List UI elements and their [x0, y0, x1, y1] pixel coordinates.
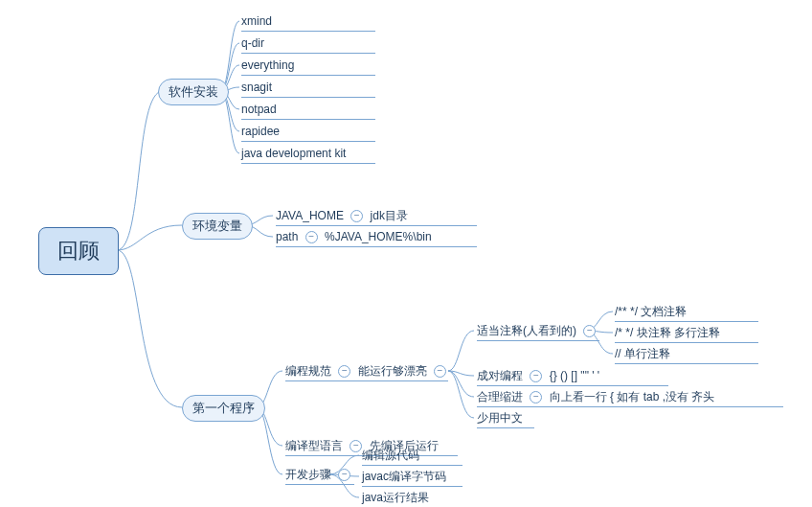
leaf-step-java: java运行结果 [362, 488, 462, 507]
leaf-xmind: xmind [241, 12, 375, 32]
leaf-block-comment: /* */ 块注释 多行注释 [615, 323, 758, 343]
branch-label: 软件安装 [169, 84, 218, 99]
leaf-indent: 合理缩进 − 向上看一行 { 如有 tab ,没有 齐头 [477, 387, 783, 407]
leaf-doc-comment: /** */ 文档注释 [615, 302, 758, 322]
branch-env-vars[interactable]: 环境变量 [182, 213, 253, 240]
comments-label: 适当注释(人看到的) [477, 324, 576, 337]
collapse-icon[interactable]: − [350, 440, 362, 452]
branch-software-install[interactable]: 软件安装 [158, 79, 229, 105]
env-key: path [276, 230, 298, 243]
leaf-coding-spec: 编程规范 − 能运行够漂亮 − [285, 361, 448, 381]
collapse-icon[interactable]: − [434, 365, 446, 378]
leaf-everything: everything [241, 56, 375, 76]
collapse-icon[interactable]: − [338, 469, 350, 481]
collapse-icon[interactable]: − [583, 325, 596, 337]
indent-val: 向上看一行 { 如有 tab ,没有 齐头 [550, 390, 715, 403]
leaf-jdk: java development kit [241, 144, 375, 164]
leaf-step-javac: javac编译字节码 [362, 467, 462, 487]
root-label: 回顾 [57, 237, 100, 265]
env-val: jdk目录 [371, 209, 408, 222]
branch-label: 环境变量 [192, 219, 242, 233]
collapse-icon[interactable]: − [350, 210, 363, 222]
leaf-comments: 适当注释(人看到的) − [477, 321, 599, 341]
leaf-java-home: JAVA_HOME − jdk目录 [276, 206, 477, 226]
env-key: JAVA_HOME [276, 209, 344, 222]
leaf-path: path − %JAVA_HOME%\bin [276, 227, 477, 247]
collapse-icon[interactable]: − [305, 231, 318, 243]
branch-label: 第一个程序 [192, 401, 255, 415]
leaf-less-cn: 少用中文 [477, 408, 534, 428]
leaf-step-edit: 编辑源代码 [362, 446, 462, 466]
leaf-pair-programming: 成对编程 − {} () [] "" ' ' [477, 366, 668, 386]
leaf-line-comment: // 单行注释 [615, 344, 758, 364]
collapse-icon[interactable]: − [530, 370, 542, 382]
leaf-rapidee: rapidee [241, 122, 375, 142]
indent-label: 合理缩进 [477, 390, 523, 403]
root-node[interactable]: 回顾 [38, 227, 119, 275]
leaf-qdir: q-dir [241, 34, 375, 54]
compiled-label: 编译型语言 [285, 439, 343, 452]
env-val: %JAVA_HOME%\bin [325, 230, 432, 243]
branch-first-program[interactable]: 第一个程序 [182, 395, 265, 422]
leaf-snagit: snagit [241, 78, 375, 98]
spec-label: 编程规范 [285, 364, 331, 378]
steps-label: 开发步骤 [285, 468, 331, 481]
spec-sub: 能运行够漂亮 [358, 364, 427, 378]
pair-label: 成对编程 [477, 369, 523, 382]
leaf-dev-steps: 开发步骤 − [285, 465, 354, 485]
leaf-notpad: notpad [241, 100, 375, 120]
connector-lines [0, 0, 812, 507]
pair-val: {} () [] "" ' ' [550, 369, 599, 382]
collapse-icon[interactable]: − [530, 391, 542, 403]
collapse-icon[interactable]: − [338, 365, 350, 378]
